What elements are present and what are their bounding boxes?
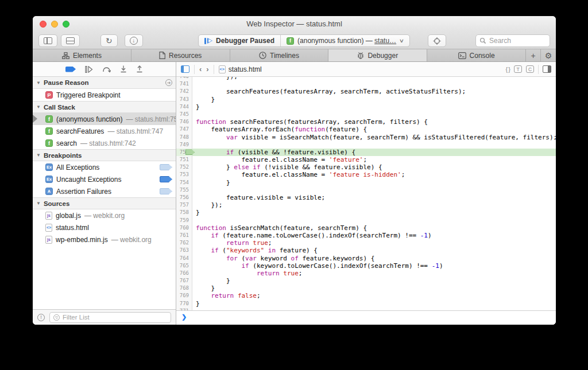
breakpoint-item[interactable]: ExAll Exceptions — [33, 161, 176, 173]
tab-resources[interactable]: Resources — [131, 49, 230, 61]
line-number[interactable]: 744 — [176, 103, 192, 111]
source-item[interactable]: jsglobal.js — webkit.org — [33, 209, 176, 221]
code-line[interactable]: 770} — [176, 300, 556, 307]
line-number[interactable]: 743 — [176, 96, 192, 103]
line-number[interactable]: 742 — [176, 88, 192, 95]
debugger-paused-button[interactable]: Debugger Paused — [199, 35, 280, 46]
toggle-right-sidebar-icon[interactable] — [543, 65, 551, 73]
code-line[interactable]: 753 feature.el.className = 'feature is-h… — [176, 171, 556, 178]
line-number[interactable]: 767 — [176, 277, 192, 285]
add-tab-button[interactable]: + — [526, 49, 541, 61]
code-line[interactable]: 767 } — [176, 277, 556, 285]
line-number[interactable]: 741 — [176, 80, 192, 88]
breakpoints-toggle-icon[interactable] — [65, 67, 76, 72]
code-line[interactable]: 761 if (feature.name.toLowerCase().index… — [176, 232, 556, 239]
line-number[interactable]: 752 — [176, 163, 192, 171]
close-window-button[interactable] — [40, 21, 47, 28]
line-number[interactable]: 771 — [176, 307, 192, 310]
call-stack-frame[interactable]: fsearchFeatures — status.html:747 — [33, 125, 176, 137]
pause-resume-button[interactable] — [85, 66, 93, 73]
code-coverage-button[interactable]: C — [526, 65, 534, 73]
line-number[interactable]: 755 — [176, 186, 192, 194]
line-number[interactable]: 760 — [176, 224, 192, 232]
zoom-window-button[interactable] — [63, 21, 69, 28]
element-picker-button[interactable] — [428, 34, 446, 47]
type-profiler-button[interactable]: T — [514, 65, 522, 73]
reload-page-button[interactable]: ↻ — [100, 34, 118, 47]
code-line[interactable]: 762 return true; — [176, 239, 556, 247]
code-line[interactable]: 751 feature.el.className = 'feature'; — [176, 156, 556, 163]
call-stack-frame[interactable]: f(anonymous function) — status.html:750 — [33, 113, 176, 125]
console-prompt[interactable]: ❯ — [176, 310, 556, 325]
line-number[interactable]: 763 — [176, 247, 192, 254]
code-line[interactable]: 768 } — [176, 285, 556, 292]
code-line[interactable]: 745 — [176, 111, 556, 118]
code-line[interactable]: 759 — [176, 217, 556, 224]
line-number[interactable]: 759 — [176, 217, 192, 224]
breakpoints-header[interactable]: ▼ Breakpoints — [33, 149, 176, 161]
call-stack-frame[interactable]: fsearch — status.html:742 — [33, 137, 176, 149]
toggle-split-console-button[interactable] — [61, 34, 80, 47]
breakpoint-toggle[interactable] — [160, 164, 172, 170]
tab-console[interactable]: Console — [427, 49, 526, 61]
line-number[interactable]: 754 — [176, 179, 192, 186]
code-line[interactable]: 752 } else if (!visible && feature.visib… — [176, 163, 556, 171]
line-number[interactable]: 758 — [176, 209, 192, 216]
line-number[interactable]: 765 — [176, 262, 192, 270]
code-line[interactable]: 765 if (keyword.toLowerCase().indexOf(se… — [176, 262, 556, 270]
pause-reason-header[interactable]: ▼ Pause Reason ➜ — [33, 77, 176, 89]
code-line[interactable]: 757 }); — [176, 201, 556, 209]
code-line[interactable]: 746function searchFeatures(featuresArray… — [176, 118, 556, 126]
code-line[interactable]: 764 for (var keyword of feature.keywords… — [176, 255, 556, 262]
search-input[interactable]: Search — [475, 34, 550, 47]
code-line[interactable]: 760function isSearchMatch(feature, searc… — [176, 224, 556, 232]
line-number[interactable]: 762 — [176, 239, 192, 247]
filter-list-input[interactable]: Filter List — [49, 312, 171, 323]
code-line[interactable]: 743 } — [176, 96, 556, 103]
source-item[interactable]: <>status.html — [33, 221, 176, 233]
code-line[interactable]: 766 return true; — [176, 270, 556, 277]
step-into-button[interactable] — [120, 65, 127, 73]
pause-reason-item[interactable]: P Triggered Breakpoint — [33, 89, 176, 101]
code-line[interactable]: 742 searchFeatures(featuresArray, search… — [176, 88, 556, 95]
code-line[interactable]: 749 — [176, 141, 556, 149]
line-number[interactable]: 750 — [176, 149, 192, 156]
line-number[interactable]: 766 — [176, 270, 192, 277]
source-item[interactable]: jswp-embed.min.js — webkit.org — [33, 233, 176, 246]
code-line[interactable]: 754 } — [176, 179, 556, 186]
breakpoint-item[interactable]: ExUncaught Exceptions — [33, 173, 176, 185]
code-line[interactable]: 750 if (visible && !feature.visible) { — [176, 149, 556, 156]
back-button[interactable]: ‹ — [199, 65, 202, 73]
breakpoint-item[interactable]: AAssertion Failures — [33, 185, 176, 197]
settings-tab-button[interactable]: ⚙ — [541, 49, 556, 61]
code-line[interactable]: 763 if ("keywords" in feature) { — [176, 247, 556, 254]
line-number[interactable]: 749 — [176, 141, 192, 149]
line-number[interactable]: 770 — [176, 300, 192, 307]
line-number[interactable]: 745 — [176, 111, 192, 118]
line-number[interactable]: 769 — [176, 292, 192, 299]
line-number[interactable]: 751 — [176, 156, 192, 163]
breakpoint-toggle[interactable] — [160, 176, 172, 182]
function-selector-dropdown[interactable]: f (anonymous function) — statu… ∨ — [280, 35, 409, 46]
step-out-button[interactable] — [136, 65, 143, 73]
breadcrumb[interactable]: <> status.html — [219, 65, 262, 73]
tab-timelines[interactable]: Timelines — [230, 49, 329, 61]
line-number[interactable]: 748 — [176, 134, 192, 141]
breakpoint-toggle[interactable] — [160, 188, 172, 194]
code-line[interactable]: 741 — [176, 80, 556, 88]
call-stack-header[interactable]: ▼ Call Stack — [33, 101, 176, 113]
code-line[interactable]: 758} — [176, 209, 556, 216]
forward-button[interactable]: › — [206, 65, 208, 73]
toggle-left-sidebar-button[interactable] — [38, 34, 57, 47]
code-line[interactable]: 748 var visible = isSearchMatch(feature,… — [176, 134, 556, 141]
download-page-button[interactable]: ↓ — [125, 34, 143, 47]
line-number[interactable]: 768 — [176, 285, 192, 292]
code-line[interactable]: 747 featuresArray.forEach(function(featu… — [176, 126, 556, 133]
sources-header[interactable]: ▼ Sources — [33, 197, 176, 209]
line-number[interactable]: 756 — [176, 194, 192, 201]
line-number[interactable]: 761 — [176, 232, 192, 239]
code-line[interactable]: 755 — [176, 186, 556, 194]
line-number[interactable]: 747 — [176, 126, 192, 133]
line-number[interactable]: 746 — [176, 118, 192, 126]
step-over-button[interactable] — [102, 66, 111, 73]
